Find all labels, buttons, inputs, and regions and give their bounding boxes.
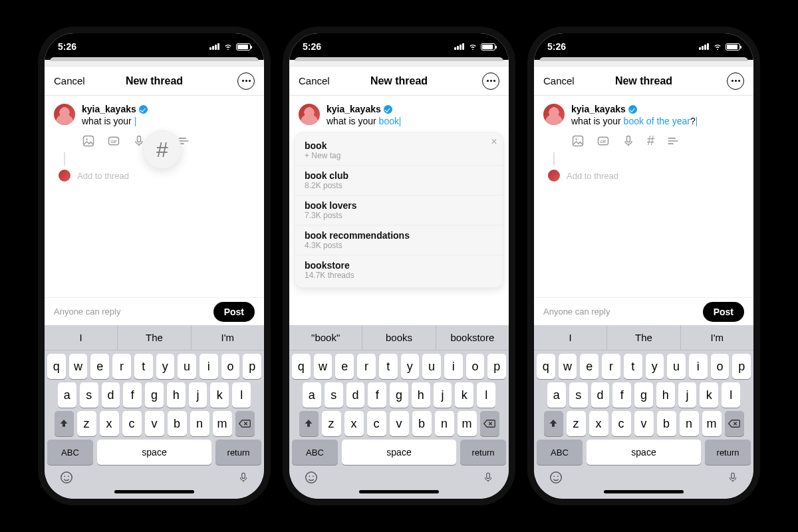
key-j[interactable]: j bbox=[434, 382, 452, 408]
cancel-button[interactable]: Cancel bbox=[543, 75, 575, 86]
key-d[interactable]: d bbox=[102, 382, 120, 408]
key-m[interactable]: m bbox=[702, 411, 722, 436]
key-h[interactable]: h bbox=[412, 382, 430, 408]
more-button[interactable] bbox=[727, 72, 744, 90]
key-e[interactable]: e bbox=[580, 354, 598, 379]
key-a[interactable]: a bbox=[547, 382, 566, 408]
key-o[interactable]: o bbox=[711, 354, 730, 379]
key-z[interactable]: z bbox=[322, 411, 341, 436]
abc-key[interactable]: ABC bbox=[292, 440, 338, 465]
key-i[interactable]: i bbox=[689, 354, 708, 379]
key-v[interactable]: v bbox=[634, 411, 654, 436]
dictation-icon[interactable] bbox=[237, 470, 249, 485]
dictation-icon[interactable] bbox=[482, 470, 494, 485]
key-g[interactable]: g bbox=[145, 382, 164, 408]
key-c[interactable]: c bbox=[612, 411, 631, 436]
add-to-thread[interactable]: Add to thread bbox=[567, 171, 618, 181]
key-k[interactable]: k bbox=[700, 382, 718, 408]
post-button[interactable]: Post bbox=[213, 302, 255, 322]
key-w[interactable]: w bbox=[314, 354, 332, 379]
add-to-thread[interactable]: Add to thread bbox=[77, 171, 129, 181]
key-q[interactable]: q bbox=[537, 354, 555, 379]
suggestion[interactable]: The bbox=[118, 325, 191, 350]
dictation-icon[interactable] bbox=[727, 470, 739, 485]
key-y[interactable]: y bbox=[156, 354, 175, 379]
return-key[interactable]: return bbox=[705, 440, 751, 465]
key-i[interactable]: i bbox=[200, 354, 218, 379]
key-h[interactable]: h bbox=[656, 382, 675, 408]
home-indicator[interactable] bbox=[359, 490, 439, 493]
return-key[interactable]: return bbox=[215, 440, 261, 465]
mic-icon[interactable] bbox=[622, 134, 635, 148]
compose-text[interactable]: what is your book bbox=[327, 116, 499, 126]
key-f[interactable]: f bbox=[123, 382, 142, 408]
key-n[interactable]: n bbox=[680, 411, 699, 436]
emoji-icon[interactable] bbox=[59, 470, 74, 485]
key-f[interactable]: f bbox=[368, 382, 386, 408]
key-x[interactable]: x bbox=[100, 411, 119, 436]
username[interactable]: kyia_kayaks bbox=[82, 104, 136, 114]
key-u[interactable]: u bbox=[422, 354, 441, 379]
key-l[interactable]: l bbox=[477, 382, 495, 408]
tag-suggestion[interactable]: bookstore14.7K threads bbox=[295, 255, 503, 285]
space-key[interactable]: space bbox=[587, 440, 701, 465]
key-w[interactable]: w bbox=[559, 354, 577, 379]
key-n[interactable]: n bbox=[435, 411, 454, 436]
suggestion[interactable]: books bbox=[362, 325, 436, 350]
key-a[interactable]: a bbox=[303, 382, 321, 408]
key-j[interactable]: j bbox=[189, 382, 207, 408]
key-t[interactable]: t bbox=[379, 354, 398, 379]
key-t[interactable]: t bbox=[624, 354, 642, 379]
key-l[interactable]: l bbox=[232, 382, 251, 408]
key-r[interactable]: r bbox=[357, 354, 376, 379]
close-icon[interactable]: ✕ bbox=[491, 137, 497, 146]
key-g[interactable]: g bbox=[390, 382, 408, 408]
emoji-icon[interactable] bbox=[549, 470, 563, 485]
key-o[interactable]: o bbox=[466, 354, 485, 379]
suggestion[interactable]: I'm bbox=[681, 325, 753, 350]
suggestion[interactable]: The bbox=[607, 325, 680, 350]
key-x[interactable]: x bbox=[344, 411, 364, 436]
key-b[interactable]: b bbox=[412, 411, 432, 436]
gif-icon[interactable]: GIF bbox=[597, 134, 610, 148]
suggestion[interactable]: "book" bbox=[289, 325, 362, 350]
key-u[interactable]: u bbox=[178, 354, 196, 379]
username[interactable]: kyia_kayaks bbox=[571, 104, 626, 114]
key-p[interactable]: p bbox=[732, 354, 751, 379]
key-v[interactable]: v bbox=[390, 411, 409, 436]
key-s[interactable]: s bbox=[80, 382, 98, 408]
key-b[interactable]: b bbox=[657, 411, 676, 436]
audience-selector[interactable]: Anyone can reply bbox=[543, 307, 610, 317]
key-v[interactable]: v bbox=[145, 411, 164, 436]
suggestion[interactable]: I bbox=[45, 325, 118, 350]
cancel-button[interactable]: Cancel bbox=[299, 75, 330, 86]
key-k[interactable]: k bbox=[455, 382, 473, 408]
key-r[interactable]: r bbox=[112, 354, 131, 379]
compose-text[interactable]: what is your bbox=[82, 116, 255, 126]
compose-text[interactable]: what is your book of the year? bbox=[571, 116, 744, 126]
key-d[interactable]: d bbox=[346, 382, 365, 408]
key-b[interactable]: b bbox=[168, 411, 187, 436]
return-key[interactable]: return bbox=[460, 440, 506, 465]
key-h[interactable]: h bbox=[167, 382, 186, 408]
key-z[interactable]: z bbox=[567, 411, 586, 436]
key-z[interactable]: z bbox=[77, 411, 96, 436]
delete-key[interactable] bbox=[235, 411, 255, 436]
more-button[interactable] bbox=[237, 72, 255, 90]
key-m[interactable]: m bbox=[458, 411, 477, 436]
gallery-icon[interactable] bbox=[571, 134, 585, 148]
post-button[interactable]: Post bbox=[703, 302, 744, 322]
cancel-button[interactable]: Cancel bbox=[54, 75, 85, 86]
key-q[interactable]: q bbox=[292, 354, 311, 379]
key-p[interactable]: p bbox=[243, 354, 261, 379]
tag-suggestion[interactable]: book lovers7.3K posts bbox=[295, 196, 503, 225]
space-key[interactable]: space bbox=[97, 440, 211, 465]
abc-key[interactable]: ABC bbox=[47, 440, 93, 465]
key-x[interactable]: x bbox=[589, 411, 608, 436]
suggestion[interactable]: I bbox=[534, 325, 607, 350]
key-e[interactable]: e bbox=[335, 354, 354, 379]
key-u[interactable]: u bbox=[667, 354, 686, 379]
tag-suggestion[interactable]: book+ New tag bbox=[295, 136, 503, 166]
key-i[interactable]: i bbox=[444, 354, 463, 379]
key-w[interactable]: w bbox=[69, 354, 88, 379]
